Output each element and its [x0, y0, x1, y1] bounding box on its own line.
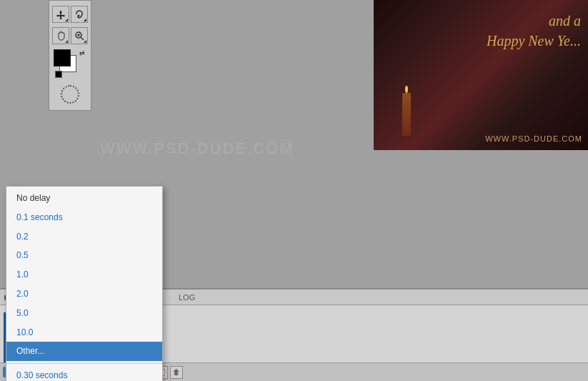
- delay-5-0[interactable]: 5.0: [6, 304, 162, 323]
- dropdown-menu: No delay 0.1 seconds 0.2 0.5 1.0 2.0 5.0…: [6, 186, 163, 381]
- delay-0-5[interactable]: 0.5: [6, 246, 162, 265]
- preview-url: WWW.PSD-DUDE.COM: [485, 134, 582, 143]
- delete-frame-button[interactable]: 🗑: [170, 366, 183, 379]
- svg-marker-0: [56, 10, 65, 19]
- preview-text: and a Happy New Ye...: [487, 11, 581, 51]
- delay-0-1[interactable]: 0.1 seconds: [6, 208, 162, 227]
- circle-tool[interactable]: [61, 85, 79, 104]
- foreground-color-swatch[interactable]: [54, 49, 71, 66]
- delay-10-0[interactable]: 10.0: [6, 323, 162, 342]
- delay-current[interactable]: 0.30 seconds: [6, 366, 162, 381]
- lasso-tool[interactable]: [71, 6, 88, 23]
- delay-2-0[interactable]: 2.0: [6, 284, 162, 304]
- zoom-tool[interactable]: [71, 27, 88, 44]
- delay-1-0[interactable]: 1.0: [6, 265, 162, 284]
- dropdown-separator: [6, 363, 162, 364]
- move-tool[interactable]: [52, 6, 69, 23]
- tool-panel: ⇄: [49, 0, 91, 111]
- preview-line2: Happy New Ye...: [487, 31, 581, 51]
- hand-tool[interactable]: [52, 27, 69, 44]
- preview-image: and a Happy New Ye... WWW.PSD-DUDE.COM: [374, 0, 588, 150]
- svg-point-1: [78, 15, 80, 17]
- delay-other[interactable]: Other...: [6, 342, 162, 361]
- delay-0-2[interactable]: 0.2: [6, 227, 162, 247]
- watermark: WWW.PSD-DUDE.COM: [100, 139, 294, 158]
- swap-colors-btn[interactable]: ⇄: [79, 49, 85, 56]
- delay-no-delay[interactable]: No delay: [6, 189, 162, 208]
- preview-line1: and a: [487, 11, 581, 31]
- log-label: LOG: [179, 293, 195, 302]
- reset-colors-btn[interactable]: [55, 71, 62, 78]
- svg-line-3: [81, 37, 84, 40]
